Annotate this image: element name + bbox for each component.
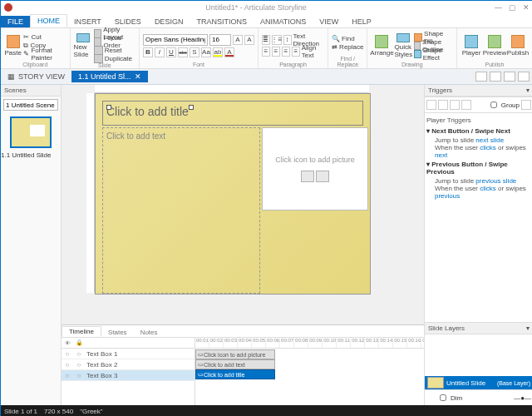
paste-button[interactable]: Paste (4, 33, 22, 58)
tab-home[interactable]: HOME (30, 14, 67, 27)
bold-button[interactable]: B (143, 47, 153, 57)
grow-font-button[interactable]: A (233, 35, 243, 45)
picture-icon[interactable] (301, 171, 314, 182)
tab-file[interactable]: FILE (1, 16, 30, 27)
picture-placeholder[interactable]: Click icon to add picture (262, 127, 368, 210)
trigger-action[interactable]: Jump to slide previous slide (426, 177, 531, 185)
shrink-font-button[interactable]: A (244, 35, 254, 45)
eye-icon[interactable]: 👁 (62, 340, 73, 346)
slide-view-tab[interactable]: 1.1 Untitled Sl... ✕ (71, 71, 148, 82)
align-right-button[interactable]: ≡ (282, 47, 290, 57)
line-spacing-button[interactable]: ↕ (283, 35, 292, 45)
timeline-bar[interactable]: ▭ Click icon to add picture (195, 349, 275, 359)
duplicate-button[interactable]: Duplicate (94, 54, 135, 62)
timeline-tick: 00:13 (365, 338, 379, 348)
view-mode-3[interactable] (504, 72, 515, 82)
view-mode-4[interactable] (518, 72, 530, 82)
trigger-condition[interactable]: When the user clicks or swipes previous (426, 185, 531, 200)
tab-animations[interactable]: ANIMATIONS (254, 16, 313, 27)
close-button[interactable]: ✕ (523, 3, 530, 12)
scene-select[interactable] (3, 99, 58, 111)
trigger-group[interactable]: ▾ Next Button / Swipe Next (426, 126, 531, 136)
triggers-collapse-icon[interactable]: ▾ (526, 87, 530, 94)
tab-view[interactable]: VIEW (313, 16, 345, 27)
preview-button[interactable]: Preview (484, 33, 505, 58)
align-text-button[interactable]: Align Text (302, 47, 324, 56)
char-spacing-button[interactable]: Aa (201, 47, 211, 57)
find-button[interactable]: 🔍Find (332, 34, 363, 42)
status-lang[interactable]: "Greek" (80, 408, 102, 415)
base-layer-row[interactable]: Untitled Slide (Base Layer) (425, 376, 532, 389)
lock-icon[interactable]: 🔒 (73, 339, 85, 346)
trigger-condition[interactable]: When the user clicks or swipes next (426, 144, 531, 159)
add-trigger-button[interactable] (426, 100, 436, 110)
row-lock[interactable]: ○ (73, 372, 85, 379)
underline-button[interactable]: U (166, 47, 176, 57)
format-painter-button[interactable]: ✎ Format Painter (23, 50, 66, 58)
row-lock[interactable]: ○ (73, 350, 85, 358)
shadow-button[interactable]: S (190, 47, 200, 57)
replace-button[interactable]: ⇄Replace (332, 42, 363, 51)
trigger-group[interactable]: ▾ Previous Button / Swipe Previous (426, 159, 531, 177)
canvas[interactable]: Click to add title Click to add text Cli… (62, 85, 424, 324)
row-lock[interactable]: ○ (73, 361, 85, 369)
copy-trigger-button[interactable] (450, 100, 460, 110)
italic-button[interactable]: I (155, 47, 165, 57)
text-placeholder[interactable]: Click to add text (102, 127, 260, 294)
align-center-button[interactable]: ≡ (272, 47, 280, 57)
states-tab[interactable]: States (101, 328, 134, 337)
view-mode-2[interactable] (490, 72, 501, 82)
slide-thumbnail[interactable]: 1.1 Untitled Slide (1, 113, 61, 159)
view-mode-1[interactable] (475, 72, 487, 82)
trigger-menu-button[interactable] (521, 100, 531, 110)
minimize-button[interactable]: — (495, 3, 502, 12)
align-left-button[interactable]: ≡ (262, 47, 270, 57)
maximize-button[interactable]: ▢ (509, 3, 516, 12)
zoom-slider-icon[interactable]: —●— (514, 394, 531, 402)
timeline-tick: 00:17 (421, 338, 424, 348)
arrange-button[interactable]: Arrange (371, 33, 392, 58)
reset-button[interactable]: Reset (94, 46, 135, 54)
tab-insert[interactable]: INSERT (67, 16, 108, 27)
edit-trigger-button[interactable] (438, 100, 448, 110)
shape-effect-button[interactable]: Shape Effect (414, 50, 453, 58)
justify-button[interactable]: ≡ (292, 47, 300, 57)
row-eye[interactable]: ○ (62, 361, 73, 369)
timeline-bar[interactable]: ▭ Click to add text (195, 359, 275, 369)
bullets-button[interactable]: ≣ (262, 35, 270, 45)
tab-transitions[interactable]: TRANSITIONS (190, 16, 254, 27)
strike-button[interactable]: abc (178, 47, 188, 57)
dim-checkbox[interactable] (440, 394, 446, 401)
group-checkbox[interactable] (490, 102, 497, 108)
notes-tab[interactable]: Notes (134, 328, 165, 337)
trigger-action[interactable]: Jump to slide next slide (426, 136, 531, 144)
timeline-object-name[interactable]: Text Box 1 (85, 350, 195, 358)
row-eye[interactable]: ○ (62, 372, 73, 379)
picture-icon-2[interactable] (316, 171, 329, 182)
timeline-tab[interactable]: Timeline (62, 326, 101, 337)
publish-button[interactable]: Publish (507, 33, 529, 58)
font-color-button[interactable]: A (224, 47, 234, 57)
cut-button[interactable]: ✂ Cut (23, 33, 66, 42)
story-view-tab[interactable]: ▦ STORY VIEW (1, 71, 71, 82)
timeline-object-name[interactable]: Text Box 2 (85, 361, 195, 369)
timeline-object-name[interactable]: Text Box 3 (85, 372, 195, 379)
tab-design[interactable]: DESIGN (148, 16, 190, 27)
font-size-select[interactable] (209, 34, 231, 46)
delete-trigger-button[interactable] (461, 100, 471, 110)
new-slide-button[interactable]: New Slide (74, 33, 92, 58)
quick-styles-button[interactable]: Quick Styles (394, 33, 412, 58)
text-direction-button[interactable]: Text Direction (293, 36, 325, 44)
timeline-bar[interactable]: ▭ Click to add title (195, 369, 275, 379)
highlight-color-button[interactable]: ab (213, 47, 223, 57)
layers-collapse-icon[interactable]: ▾ (526, 324, 530, 332)
font-family-select[interactable] (143, 34, 208, 46)
title-placeholder[interactable]: Click to add title (102, 101, 363, 126)
focus-order-button[interactable]: Focus Order (94, 37, 135, 46)
player-button[interactable]: Player (461, 33, 482, 58)
row-eye[interactable]: ○ (62, 350, 73, 358)
numbering-button[interactable]: ⋮≡ (272, 35, 282, 45)
tab-help[interactable]: HELP (345, 16, 378, 27)
timeline-tick: 00:07 (280, 338, 294, 348)
slide[interactable]: Click to add title Click to add text Cli… (95, 93, 371, 295)
